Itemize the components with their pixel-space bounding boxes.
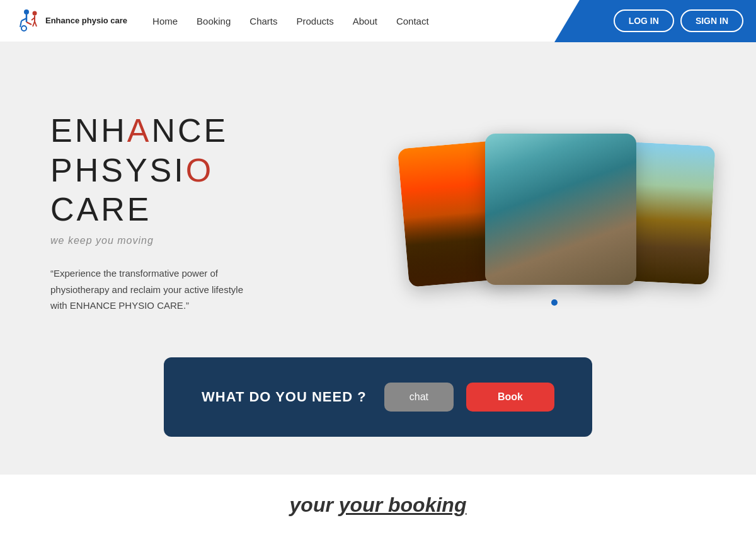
nav-contact[interactable]: Contact (396, 16, 429, 26)
hero-subtitle: we keep you moving (50, 235, 315, 246)
hero-title-a: A (127, 112, 152, 149)
hero-title-line2: PHSYSIO CARE (50, 151, 315, 229)
cta-section: WHAT DO YOU NEED ? chat Book (164, 357, 592, 437)
hero-title-line1: ENHANCE (50, 111, 315, 150)
nav-links: Home Booking Charts Products About Conta… (152, 16, 614, 26)
nav-home[interactable]: Home (152, 16, 178, 26)
nav-about[interactable]: About (353, 16, 377, 26)
svg-line-10 (35, 21, 37, 26)
brand[interactable]: Enhance physio care (13, 7, 127, 35)
brand-icon (13, 7, 40, 35)
nav-charts[interactable]: Charts (249, 16, 277, 26)
footer-your: your (290, 493, 339, 516)
svg-point-6 (33, 11, 37, 16)
ocean-image (485, 134, 636, 285)
navbar: Enhance physio care Home Booking Charts … (0, 0, 756, 42)
carousel-dot (551, 299, 558, 306)
cta-title: WHAT DO YOU NEED ? (202, 389, 367, 405)
hero-title-enh: ENH (50, 112, 127, 149)
chat-button[interactable]: chat (384, 383, 454, 412)
hero-right (315, 124, 706, 301)
hero-left: ENHANCE PHSYSIO CARE we keep you moving … (50, 111, 315, 314)
hero-section: ENHANCE PHSYSIO CARE we keep you moving … (0, 42, 756, 383)
book-button[interactable]: Book (466, 383, 554, 412)
hero-title-phsysi: PHSYSI (50, 152, 186, 188)
login-button[interactable]: LOG IN (614, 9, 674, 32)
svg-line-5 (26, 22, 32, 25)
footer-heading: your your booking (6, 481, 750, 529)
image-card-ocean (485, 134, 636, 285)
hero-title: ENHANCE PHSYSIO CARE (50, 111, 315, 229)
nav-products[interactable]: Products (296, 16, 333, 26)
hero-title-o: O (186, 152, 214, 188)
footer-booking: your booking (339, 493, 467, 516)
brand-name: Enhance physio care (45, 16, 127, 26)
nav-auth: LOG IN SIGN IN (614, 9, 743, 32)
hero-quote: “Experience the transformative power of … (50, 265, 252, 314)
cta-buttons: chat Book (384, 383, 554, 412)
signin-button[interactable]: SIGN IN (680, 9, 743, 32)
svg-line-3 (20, 21, 21, 27)
image-stack (403, 130, 706, 294)
hero-title-nce: NCE (151, 112, 228, 149)
nav-booking[interactable]: Booking (197, 16, 231, 26)
hero-title-care: CARE (50, 191, 151, 228)
svg-point-4 (21, 26, 26, 31)
svg-point-0 (24, 9, 29, 14)
cta-wrapper: WHAT DO YOU NEED ? chat Book (0, 383, 756, 475)
footer-section: your your booking (0, 475, 756, 536)
